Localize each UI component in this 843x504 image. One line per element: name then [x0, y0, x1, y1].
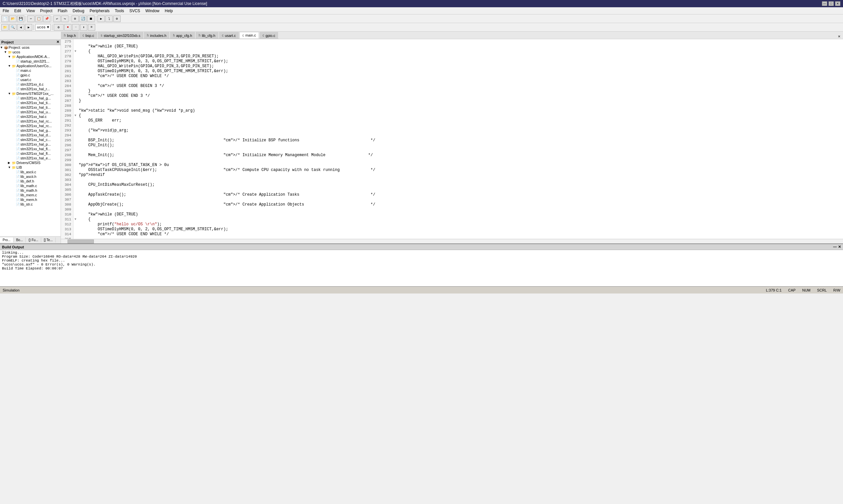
menu-help[interactable]: Help [162, 7, 176, 14]
tb2-build[interactable]: ● [64, 24, 71, 31]
tree-item[interactable]: 📄gpio.c [0, 73, 60, 77]
target-dropdown[interactable]: ucos ▼ [35, 24, 51, 31]
sidebar-tab-functions[interactable]: {} Fu... [26, 237, 41, 242]
tree-item[interactable]: 📄startup_stm32f1... [0, 59, 60, 64]
tb-rebuild[interactable]: 🔄 [79, 16, 87, 22]
tab-gpio-c[interactable]: c gpio.c [259, 32, 278, 38]
tree-item[interactable]: 📄stm32f1xx_hal_r... [0, 87, 60, 91]
tree-item[interactable]: ▶📁Drivers/CMSIS [0, 160, 60, 165]
tab-lib-cfg-h[interactable]: h lib_cfg.h [196, 32, 218, 38]
tb-stop[interactable]: ⏹ [87, 16, 94, 22]
tree-item[interactable]: 📄stm32f1xx_hal_fl... [0, 147, 60, 151]
sidebar-tab-project[interactable]: Pro... [0, 237, 14, 242]
sidebar-tab-templates[interactable]: [] Te... [41, 237, 56, 242]
minimize-button[interactable]: — [822, 1, 827, 6]
tree-item[interactable]: 📄stm32f1xx_hal_u... [0, 110, 60, 114]
menu-edit[interactable]: Edit [12, 7, 24, 14]
tab-includes-h[interactable]: h includes.h [144, 32, 169, 38]
close-button[interactable]: ✕ [835, 1, 840, 6]
code-container[interactable]: 275276 "kw">while (DEF_TRUE)277▼ {278 HA… [61, 39, 843, 239]
tb-step[interactable]: ⤵ [105, 16, 113, 22]
tb-undo[interactable]: ↩ [53, 16, 60, 22]
tb-copy[interactable]: 📋 [35, 16, 42, 22]
num-lock: NUM [802, 288, 810, 292]
tree-item[interactable]: 📄stm32f1xx_hal_ti... [0, 105, 60, 110]
tab-app-cfg-h[interactable]: h app_cfg.h [170, 32, 195, 38]
tree-item[interactable]: ▼📁Application/User/Co... [0, 64, 60, 68]
tb-redo[interactable]: ↪ [61, 16, 69, 22]
tb2-1[interactable]: 📁 [1, 24, 8, 31]
code-line: 298 Mem_Init(); "cm">/* Initialize Memor… [61, 153, 843, 158]
fold-indicator[interactable]: ▼ [73, 49, 77, 54]
tab-bsp-c[interactable]: c bsp.c [79, 32, 97, 38]
build-output-minimize[interactable]: — [833, 245, 837, 249]
tree-item[interactable]: ▼📦Project: ucos [0, 45, 60, 50]
tree-item[interactable]: 📄main.c [0, 68, 60, 73]
tree-item[interactable]: 📄usart.c [0, 77, 60, 82]
tb2-3[interactable]: ◀ [17, 24, 24, 31]
menu-view[interactable]: View [24, 7, 38, 14]
sidebar-tab-books[interactable]: Bo... [14, 237, 26, 242]
menu-file[interactable]: File [0, 7, 12, 14]
tab-bsp-h[interactable]: h bsp.h [61, 32, 79, 38]
menu-window[interactable]: Window [143, 7, 162, 14]
tree-item[interactable]: ▼📁Drivers/STM32F1xx_... [0, 91, 60, 96]
tree-item[interactable]: 📄stm32f1xx_hal_d... [0, 133, 60, 137]
scroll-lock: SCRL [817, 288, 827, 292]
tab-usart-c[interactable]: c usart.c [219, 32, 239, 38]
tab-startup[interactable]: s startup_stm32f103xb.s [98, 32, 143, 38]
fold-indicator[interactable]: ▼ [73, 113, 77, 118]
tb2-more[interactable]: ≡ [88, 24, 95, 31]
scrollbar-thumb[interactable] [68, 239, 94, 244]
menu-flash[interactable]: Flash [55, 7, 70, 14]
tree-item[interactable]: 📄stm32f1xx_hal_ti... [0, 101, 60, 105]
tree-item[interactable]: ▼📁Application/MDK-A... [0, 54, 60, 59]
fold-indicator[interactable]: ▼ [73, 217, 77, 222]
tree-item[interactable]: 📄stm32f1xx_it.c [0, 82, 60, 87]
menu-svcs[interactable]: SVCS [127, 7, 143, 14]
sidebar-close[interactable]: ✕ [56, 40, 59, 44]
maximize-button[interactable]: □ [828, 1, 834, 6]
build-output-close[interactable]: ✕ [838, 245, 841, 249]
tb2-compile[interactable]: ⚙ [54, 24, 64, 31]
tab-main-c[interactable]: c main.c [239, 32, 259, 38]
menu-peripherals[interactable]: Peripherals [87, 7, 112, 14]
tb-open[interactable]: 📂 [9, 16, 16, 22]
tree-item[interactable]: ▼📁LIB [0, 165, 60, 170]
tree-item[interactable]: 📄lib_mem.h [0, 197, 60, 202]
tree-item[interactable]: 📄lib_ascii.h [0, 174, 60, 179]
editor-close-button[interactable]: ✕ [837, 34, 842, 39]
tb2-flash[interactable]: ⬇ [80, 24, 87, 31]
tree-item[interactable]: ▼📁ucos [0, 50, 60, 54]
tree-item[interactable]: 📄lib_math.c [0, 183, 60, 188]
tb-new[interactable]: 📄 [1, 16, 8, 22]
tree-item[interactable]: 📄lib_mem.c [0, 193, 60, 197]
tree-item[interactable]: 📄lib_str.c [0, 202, 60, 206]
tree-item[interactable]: 📄stm32f1xx_hal_c... [0, 137, 60, 142]
tree-item[interactable]: 📄lib_def.h [0, 179, 60, 183]
tree-item[interactable]: 📄stm32f1xx_hal.c [0, 114, 60, 119]
tb-save[interactable]: 💾 [17, 16, 24, 22]
tb-paste[interactable]: 📌 [43, 16, 50, 22]
tb-settings[interactable]: ⚙ [113, 16, 121, 22]
tb2-4[interactable]: ▶ [25, 24, 32, 31]
tree-item[interactable]: 📄lib_math.h [0, 188, 60, 193]
menu-project[interactable]: Project [38, 7, 55, 14]
tb-cut[interactable]: ✂ [28, 16, 35, 22]
tree-item[interactable]: 📄stm32f1xx_hal_fl... [0, 151, 60, 156]
tb-build[interactable]: ⚙ [71, 16, 79, 22]
tb-debug[interactable]: ▶ [97, 16, 105, 22]
tree-item[interactable]: 📄lib_ascii.c [0, 170, 60, 174]
tree-item[interactable]: 📄stm32f1xx_hal_p... [0, 142, 60, 147]
tree-item[interactable]: 📄stm32f1xx_hal_rc... [0, 124, 60, 128]
tree-item[interactable]: 📄stm32f1xx_hal_e... [0, 156, 60, 160]
menu-tools[interactable]: Tools [112, 7, 127, 14]
menu-debug[interactable]: Debug [70, 7, 87, 14]
tree-item[interactable]: 📄stm32f1xx_hal_g... [0, 128, 60, 133]
horizontal-scrollbar[interactable] [61, 239, 843, 244]
tree-item[interactable]: 📄stm32f1xx_hal_rc... [0, 119, 60, 124]
tree-item[interactable]: 📄stm32f1xx_hal_g... [0, 96, 60, 101]
tree-item-label: stm32f1xx_hal_rc... [20, 119, 52, 123]
tb2-stop[interactable]: ○ [72, 24, 79, 31]
tb2-2[interactable]: 🔍 [9, 24, 16, 31]
